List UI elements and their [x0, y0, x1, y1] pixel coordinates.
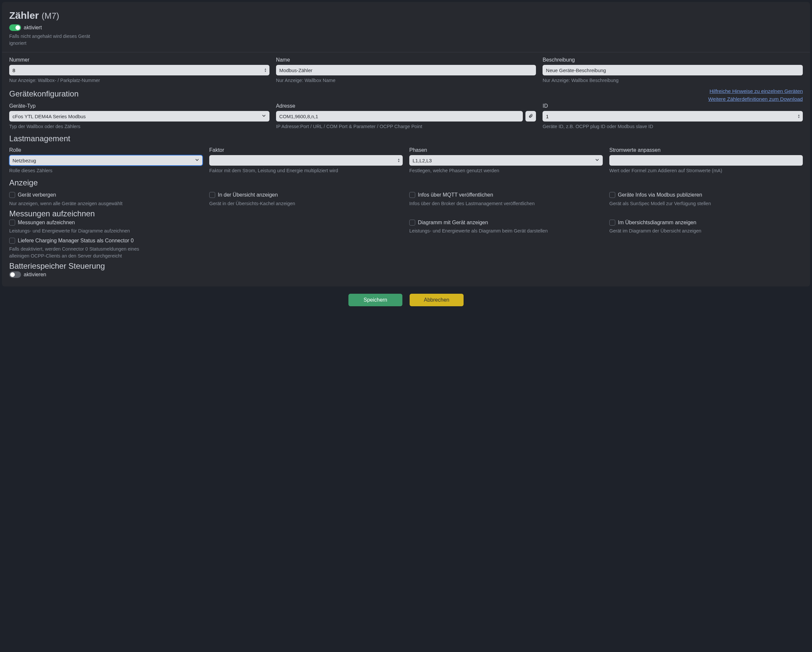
paperclip-icon [528, 113, 533, 119]
typ-label: Geräte-Typ [9, 103, 269, 109]
strom-hint: Wert oder Formel zum Addieren auf Stromw… [609, 167, 803, 174]
modbus-pub-label: Geräte Infos via Modbus publizieren [618, 191, 702, 199]
aufz-label: Messungen aufzeichnen [18, 219, 75, 226]
faktor-stepper[interactable]: ▲▼ [209, 155, 403, 165]
phasen-hint: Festlegen, welche Phasen genutzt werden [409, 167, 603, 174]
beschr-hint: Nur Anzeige: Wallbox Beschreibung [543, 77, 803, 84]
nummer-label: Nummer [9, 57, 269, 63]
nummer-input[interactable] [12, 65, 266, 75]
aufz-checkbox[interactable] [9, 220, 15, 226]
battery-enable-label: aktivieren [24, 272, 46, 278]
uebersicht-label: In der Übersicht anzeigen [218, 191, 278, 199]
typ-select[interactable]: cFos YTL DEM4A Series Modbus [9, 111, 269, 121]
load-heading: Lastmanagement [9, 134, 803, 143]
rolle-hint: Rolle dieses Zählers [9, 167, 203, 174]
activated-toggle[interactable] [9, 24, 21, 31]
udiag-label: Im Übersichtsdiagramm anzeigen [618, 219, 696, 226]
aufz-hint: Leistungs- und Energiewerte für Diagramm… [9, 228, 203, 234]
nummer-stepper[interactable]: ▲▼ [9, 65, 269, 75]
addr-link-button[interactable] [525, 111, 536, 121]
phasen-label: Phasen [409, 147, 603, 153]
battery-enable-toggle[interactable] [9, 271, 21, 278]
phasen-select[interactable]: L1,L2,L3 [409, 155, 603, 165]
footer-actions: Speichern Abbrechen [0, 288, 812, 313]
stepper-icon: ▲▼ [397, 158, 400, 163]
faktor-label: Faktor [209, 147, 403, 153]
id-label: ID [543, 103, 803, 109]
udiag-hint: Gerät im Diagramm der Übersicht anzeigen [609, 228, 803, 234]
beschr-input[interactable] [543, 65, 803, 75]
config-heading: Gerätekonfiguration [9, 89, 79, 98]
addr-label: Adresse [276, 103, 536, 109]
rolle-label: Rolle [9, 147, 203, 153]
id-input[interactable] [546, 111, 800, 121]
mqtt-label: Infos über MQTT veröffentlichen [418, 191, 493, 199]
activated-label: aktiviert [24, 25, 42, 31]
typ-hint: Typ der Wallbox oder des Zählers [9, 123, 269, 130]
modbus-pub-hint: Gerät als SunSpec Modell zur Verfügung s… [609, 200, 803, 207]
strom-input[interactable] [609, 155, 803, 165]
addr-hint: IP Adresse:Port / URL / COM Port & Param… [276, 123, 536, 130]
beschr-label: Beschreibung [543, 57, 803, 63]
name-label: Name [276, 57, 536, 63]
conn0-label: Liefere Charging Manager Status als Conn… [18, 237, 134, 244]
modbus-pub-checkbox[interactable] [609, 192, 615, 198]
id-hint: Geräte ID, z.B. OCPP plug ID oder Modbus… [543, 123, 803, 130]
mess-heading: Messungen aufzeichnen [9, 209, 803, 218]
link-meter-defs[interactable]: Weitere Zählerdefinitionen zum Download [708, 95, 803, 103]
verbergen-hint: Nur anzeigen, wenn alle Geräte anzeigen … [9, 200, 203, 207]
rolle-select[interactable]: Netzbezug [9, 155, 203, 165]
name-hint: Nur Anzeige: Wallbox Name [276, 77, 536, 84]
cancel-button[interactable]: Abbrechen [410, 294, 464, 306]
link-device-hints[interactable]: Hilfreiche Hinweise zu einzelnen Geräten [708, 87, 803, 95]
stepper-icon: ▲▼ [798, 114, 800, 119]
id-stepper[interactable]: ▲▼ [543, 111, 803, 121]
diag-label: Diagramm mit Gerät anzeigen [418, 219, 488, 226]
mqtt-hint: Infos über den Broker des Lastmanagement… [409, 200, 603, 207]
mqtt-checkbox[interactable] [409, 192, 415, 198]
device-panel: Zähler (M7) aktiviert Falls nicht angeha… [2, 2, 810, 286]
diag-checkbox[interactable] [409, 220, 415, 226]
page-title: Zähler (M7) [9, 10, 803, 21]
stepper-icon: ▲▼ [264, 68, 267, 72]
name-input[interactable] [276, 65, 536, 75]
nummer-hint: Nur Anzeige: Wallbox- / Parkplatz-Nummer [9, 77, 269, 84]
faktor-hint: Faktor mit dem Strom, Leistung und Energ… [209, 167, 403, 174]
divider [2, 52, 810, 52]
addr-input[interactable] [276, 111, 523, 121]
title-main: Zähler [9, 10, 39, 21]
anzeige-heading: Anzeige [9, 178, 803, 187]
faktor-input[interactable] [212, 155, 400, 165]
strom-label: Stromwerte anpassen [609, 147, 803, 153]
conn0-checkbox[interactable] [9, 238, 15, 244]
uebersicht-checkbox[interactable] [209, 192, 215, 198]
conn0-hint: Falls deaktiviert, werden Connector 0 St… [9, 246, 141, 260]
activated-hint: Falls nicht angehakt wird dieses Gerät i… [9, 33, 95, 47]
save-button[interactable]: Speichern [348, 294, 402, 306]
battery-heading: Batteriespeicher Steuerung [9, 262, 803, 271]
title-sub: (M7) [41, 11, 59, 21]
verbergen-label: Gerät verbergen [18, 191, 56, 199]
uebersicht-hint: Gerät in der Übersichts-Kachel anzeigen [209, 200, 403, 207]
udiag-checkbox[interactable] [609, 220, 615, 226]
diag-hint: Leistungs- und Energiewerte als Diagramm… [409, 228, 603, 234]
verbergen-checkbox[interactable] [9, 192, 15, 198]
